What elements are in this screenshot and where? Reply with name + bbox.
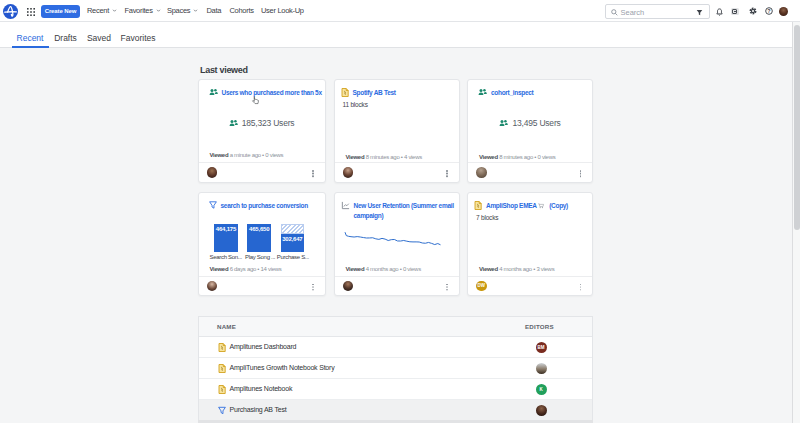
- svg-text:?: ?: [767, 8, 770, 14]
